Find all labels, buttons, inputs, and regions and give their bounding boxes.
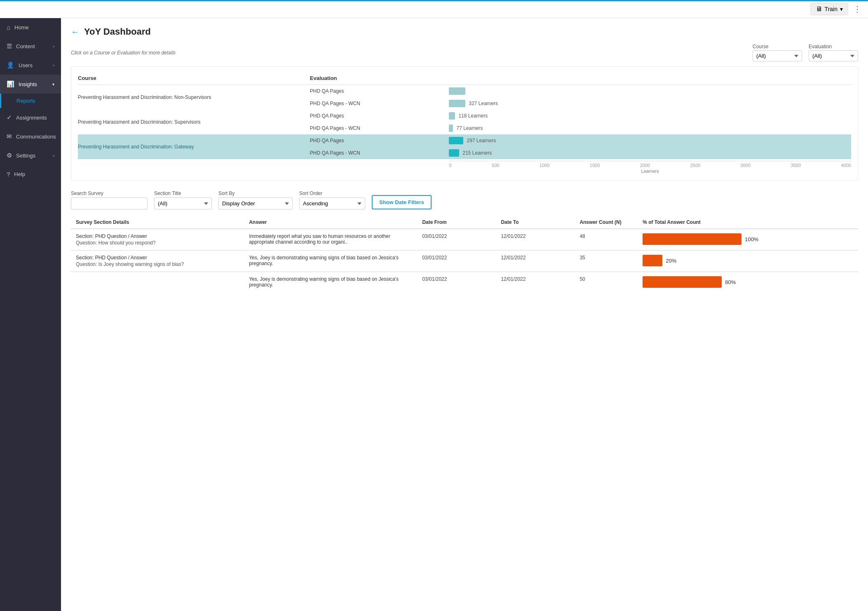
chart-bar-cell (449, 85, 851, 98)
answer-cell: Yes, Joey is demonstrating warning signs… (244, 272, 417, 292)
date-from-cell: 03/01/2022 (417, 229, 496, 250)
answer-count-cell: 50 (575, 272, 638, 292)
more-icon[interactable]: ⋮ (853, 4, 861, 14)
answer-cell: Yes, Joey is demonstrating warning signs… (244, 251, 417, 272)
sidebar-item-label: Communications (16, 134, 56, 140)
insights-icon: 📊 (7, 80, 14, 88)
chart-course-cell[interactable]: Preventing Harassment and Discrimination… (78, 110, 310, 134)
col-date-to: Date To (496, 216, 575, 229)
sort-order-label: Sort Order (299, 190, 365, 196)
help-icon: ? (7, 171, 10, 178)
chevron-right-icon: › (53, 153, 54, 158)
home-icon: ⌂ (7, 24, 10, 31)
evaluation-filter-select[interactable]: (All) (809, 50, 858, 61)
chart-table: Course Evaluation Preventing Harassment … (78, 73, 851, 159)
chart-evaluation-cell[interactable]: PHD QA Pages (310, 110, 449, 122)
sort-order-group: Sort Order Ascending (299, 190, 365, 209)
filters-row: Click on a Course or Evaluation for more… (71, 44, 858, 61)
chart-bar-cell: 215 Learners (449, 147, 851, 159)
evaluation-filter-label: Evaluation (809, 44, 858, 49)
sidebar-item-label: Content (16, 43, 35, 49)
pct-cell: 100% (638, 229, 858, 250)
bar-label: 77 Learners (456, 125, 483, 131)
chart-evaluation-cell[interactable]: PHD QA Pages (310, 85, 449, 98)
sort-by-select[interactable]: Display Order (218, 197, 293, 209)
sidebar-item-communications[interactable]: ✉ Communications (0, 127, 61, 146)
pct-label: 20% (666, 258, 676, 264)
chevron-right-icon: › (53, 63, 54, 68)
train-button[interactable]: 🖥 Train ▾ (810, 3, 848, 15)
chart-course-cell[interactable]: Preventing Harassment and Discrimination… (78, 85, 310, 110)
main-content: ← YoY Dashboard Click on a Course or Eva… (61, 18, 868, 611)
train-icon: 🖥 (816, 5, 822, 13)
date-from-cell: 03/01/2022 (417, 272, 496, 292)
sort-by-label: Sort By (218, 190, 293, 196)
col-answer-count: Answer Count (N) (575, 216, 638, 229)
bar-label: 327 Learners (469, 101, 498, 106)
sidebar-item-users[interactable]: 👤 Users › (0, 56, 61, 75)
pct-label: 100% (745, 236, 758, 242)
sidebar: ⌂ Home ☰ Content › 👤 Users › 📊 Insights … (0, 18, 61, 611)
col-answer: Answer (244, 216, 417, 229)
course-filter-select[interactable]: (All) (753, 50, 802, 61)
section-title-select[interactable]: (All) (154, 197, 212, 209)
pct-cell: 80% (638, 272, 858, 292)
course-filter-group: Course (All) (753, 44, 802, 61)
survey-filters: Search Survey Section Title (All) Sort B… (71, 190, 858, 209)
filters-hint: Click on a Course or Evaluation for more… (71, 50, 176, 56)
show-date-filters-button[interactable]: Show Date Filters (372, 195, 432, 209)
sidebar-item-settings[interactable]: ⚙ Settings › (0, 146, 61, 165)
course-filter-label: Course (753, 44, 802, 49)
sidebar-item-home[interactable]: ⌂ Home (0, 18, 61, 37)
chart-course-cell[interactable]: Preventing Harassment and Discrimination… (78, 134, 310, 159)
topbar: 🖥 Train ▾ ⋮ (0, 0, 868, 18)
chart-bar-cell: 297 Learners (449, 134, 851, 147)
users-icon: 👤 (7, 61, 14, 69)
bar-label: 297 Learners (467, 138, 496, 143)
sidebar-item-reports[interactable]: Reports (0, 94, 61, 108)
chart-axis: 05001000150020002500300035004000 (449, 161, 851, 168)
search-survey-input[interactable] (71, 197, 148, 209)
bar-label: 118 Learners (458, 113, 488, 119)
sidebar-item-content[interactable]: ☰ Content › (0, 37, 61, 56)
sidebar-item-insights[interactable]: 📊 Insights ▾ (0, 75, 61, 94)
sidebar-item-help[interactable]: ? Help (0, 165, 61, 183)
progress-bar (0, 0, 868, 1)
bar-label: 215 Learners (462, 150, 492, 156)
table-row: Section: PHD Question / AnswerQuestion: … (71, 251, 858, 272)
assignments-icon: ✓ (7, 114, 12, 121)
chart-evaluation-cell[interactable]: PHD QA Pages (310, 134, 449, 147)
table-row: Yes, Joey is demonstrating warning signs… (71, 272, 858, 292)
survey-section-cell: Section: PHD Question / AnswerQuestion: … (71, 229, 244, 250)
section-title-group: Section Title (All) (154, 190, 212, 209)
section-title-label: Section Title (154, 190, 212, 196)
date-from-cell: 03/01/2022 (417, 251, 496, 272)
sidebar-item-assignments[interactable]: ✓ Assignments (0, 108, 61, 127)
sidebar-item-label: Reports (16, 98, 35, 104)
search-survey-group: Search Survey (71, 190, 148, 209)
chart-evaluation-cell[interactable]: PHD QA Pages - WCN (310, 97, 449, 110)
chevron-down-icon: ▾ (840, 6, 843, 12)
chart-evaluation-cell[interactable]: PHD QA Pages - WCN (310, 147, 449, 159)
chart-bar-cell: 77 Learners (449, 122, 851, 134)
evaluation-filter-group: Evaluation (All) (809, 44, 858, 61)
page-title: YoY Dashboard (84, 26, 151, 37)
col-survey-section: Survey Section Details (71, 216, 244, 229)
survey-section-cell (71, 272, 244, 292)
chart-evaluation-cell[interactable]: PHD QA Pages - WCN (310, 122, 449, 134)
sidebar-item-label: Help (14, 171, 25, 177)
col-pct: % of Total Answer Count (638, 216, 858, 229)
answer-cell: Immediately report what you saw to human… (244, 229, 417, 250)
chart-bar-cell: 118 Learners (449, 110, 851, 122)
col-date-from: Date From (417, 216, 496, 229)
date-to-cell: 12/01/2022 (496, 251, 575, 272)
chart-col-course: Course (78, 73, 310, 85)
chart-bar-cell: 327 Learners (449, 97, 851, 110)
train-label: Train (825, 6, 838, 12)
sidebar-item-label: Users (19, 62, 33, 68)
back-button[interactable]: ← (71, 27, 79, 37)
page-header: ← YoY Dashboard (71, 26, 858, 37)
sort-order-select[interactable]: Ascending (299, 197, 365, 209)
content-icon: ☰ (7, 42, 12, 50)
date-to-cell: 12/01/2022 (496, 272, 575, 292)
